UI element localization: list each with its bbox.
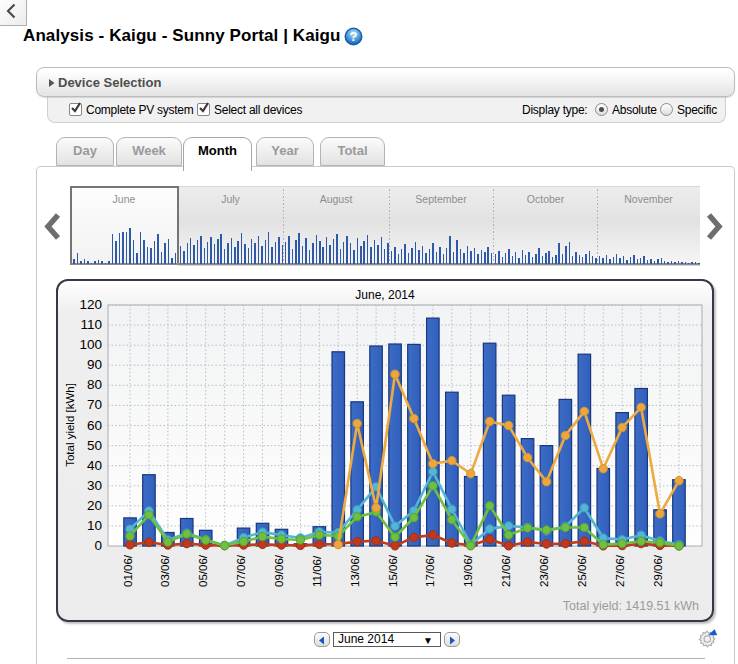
svg-text:01/06/: 01/06/ xyxy=(122,554,134,587)
svg-text:25/06/: 25/06/ xyxy=(576,554,588,587)
svg-text:August: August xyxy=(320,193,353,205)
svg-text:11/06/: 11/06/ xyxy=(311,555,323,587)
svg-text:27/06/: 27/06/ xyxy=(614,554,626,587)
svg-text:19/06/: 19/06/ xyxy=(462,554,474,587)
svg-text:10: 10 xyxy=(87,518,102,533)
svg-text:0: 0 xyxy=(94,538,102,553)
svg-text:80: 80 xyxy=(87,377,102,392)
svg-text:07/06/: 07/06/ xyxy=(235,554,247,587)
svg-text:40: 40 xyxy=(87,458,102,473)
svg-text:90: 90 xyxy=(87,357,102,372)
svg-text:30: 30 xyxy=(87,478,102,493)
svg-text:60: 60 xyxy=(87,418,102,433)
svg-text:June: June xyxy=(113,193,136,205)
svg-text:October: October xyxy=(527,193,565,205)
svg-text:100: 100 xyxy=(79,337,102,352)
svg-text:13/06/: 13/06/ xyxy=(349,554,361,587)
svg-text:23/06/: 23/06/ xyxy=(538,554,550,587)
svg-text:?: ? xyxy=(350,29,358,44)
svg-text:20: 20 xyxy=(87,498,102,513)
svg-text:21/06/: 21/06/ xyxy=(500,554,512,587)
svg-text:November: November xyxy=(624,193,673,205)
svg-text:17/06/: 17/06/ xyxy=(424,554,436,587)
svg-text:70: 70 xyxy=(87,397,102,412)
svg-text:29/06/: 29/06/ xyxy=(652,554,664,587)
svg-text:03/06/: 03/06/ xyxy=(159,554,171,587)
svg-text:Total yield: 1419.51 kWh: Total yield: 1419.51 kWh xyxy=(563,599,699,613)
svg-text:September: September xyxy=(415,193,467,205)
svg-text:July: July xyxy=(221,193,240,205)
svg-text:Total yield [kWh]: Total yield [kWh] xyxy=(64,383,76,467)
svg-text:110: 110 xyxy=(80,317,102,332)
svg-text:120: 120 xyxy=(79,297,102,312)
svg-text:50: 50 xyxy=(87,438,102,453)
svg-text:05/06/: 05/06/ xyxy=(197,554,209,587)
svg-text:15/06/: 15/06/ xyxy=(387,554,399,587)
svg-text:09/06/: 09/06/ xyxy=(273,554,285,587)
